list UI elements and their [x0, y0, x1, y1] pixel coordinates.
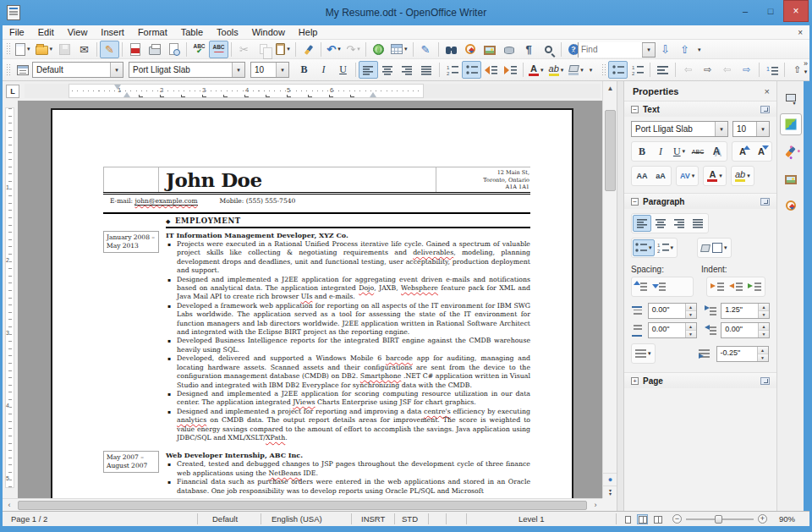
spinner-arrows[interactable]: ▲▼: [685, 304, 696, 318]
font-size-combo[interactable]: 10 ▾: [250, 62, 289, 78]
sb-paragraph-background-button[interactable]: [699, 239, 730, 256]
tab-stop-marker[interactable]: [266, 95, 270, 97]
sb-numbered-list-button[interactable]: 12: [655, 239, 677, 256]
tab-gallery[interactable]: [780, 167, 802, 189]
format-paintbrush-button[interactable]: [299, 41, 318, 58]
align-center-button[interactable]: [378, 61, 398, 79]
align-right-button[interactable]: [398, 61, 417, 79]
gallery-button[interactable]: [480, 41, 500, 58]
vertical-ruler[interactable]: 1 2 3 4 5: [3, 101, 18, 498]
open-button[interactable]: [33, 41, 56, 58]
sb-decrease-indent-button[interactable]: [727, 278, 745, 295]
page-count-status[interactable]: Page 1 / 2: [11, 514, 47, 524]
below-spacing-field[interactable]: 0.00" ▲▼: [648, 322, 697, 338]
hscroll-thumb[interactable]: [18, 501, 587, 510]
menu-insert[interactable]: Insert: [94, 26, 131, 38]
spinner-arrows[interactable]: ▲▼: [758, 304, 769, 318]
autospellcheck-button[interactable]: ABC~~~: [209, 41, 228, 58]
tab-stop-marker[interactable]: [287, 95, 291, 97]
book-view-button[interactable]: [652, 514, 663, 524]
fmt-overflow-button[interactable]: [590, 66, 593, 74]
spellcheck-button[interactable]: ABC✔: [189, 41, 209, 58]
zoom-percent[interactable]: 90%: [779, 514, 795, 524]
bn-bullet-list-button[interactable]: [608, 61, 628, 79]
font-combo-arrow[interactable]: ▾: [232, 63, 244, 77]
edit-file-button[interactable]: ✎: [100, 41, 119, 58]
bn-numbered-list-button[interactable]: 12: [628, 61, 647, 79]
text-section-header[interactable]: − Text: [624, 101, 776, 117]
size-combo-arrow[interactable]: ▾: [276, 63, 288, 77]
tab-navigator[interactable]: [780, 195, 802, 217]
zoom-slider[interactable]: [686, 518, 754, 520]
data-sources-button[interactable]: [500, 41, 519, 58]
tab-stop-marker[interactable]: [202, 95, 206, 97]
tab-properties[interactable]: [780, 113, 802, 135]
find-replace-button[interactable]: [442, 41, 461, 58]
bold-button[interactable]: B: [294, 61, 314, 79]
sb-lowercase-button[interactable]: aA: [651, 167, 670, 184]
numbered-list-button[interactable]: 12: [442, 61, 462, 79]
bn-overflow-button[interactable]: »: [804, 60, 808, 75]
styles-formatting-button[interactable]: [13, 61, 32, 79]
demote-subpoints-button[interactable]: ⇨: [737, 61, 756, 79]
horizontal-ruler[interactable]: 1 2 3 4 5 6: [25, 84, 601, 98]
sb-line-spacing-button[interactable]: [633, 345, 654, 362]
email-button[interactable]: ✉: [74, 41, 94, 58]
page-dialog-launcher-icon[interactable]: [760, 377, 770, 385]
menu-edit[interactable]: Edit: [31, 26, 61, 38]
before-indent-field[interactable]: 1.25" ▲▼: [721, 303, 770, 319]
page-section-header[interactable]: + Page: [624, 372, 776, 388]
sb-font-color-button[interactable]: A: [705, 167, 725, 184]
sidebar-splitter[interactable]: [617, 81, 623, 511]
sb-size-arrow[interactable]: ▾: [756, 122, 769, 136]
paragraph-section-header[interactable]: − Paragraph: [624, 193, 776, 209]
new-document-button[interactable]: [13, 41, 33, 58]
bullet-list-button[interactable]: [462, 61, 481, 79]
nonprinting-chars-button[interactable]: ¶: [519, 41, 539, 58]
font-color-button[interactable]: A: [526, 61, 546, 79]
document-page[interactable]: John Doe 12 Main St, Toronto, Ontario A1…: [51, 108, 573, 498]
after-indent-field[interactable]: 0.00" ▲▼: [721, 322, 770, 338]
tab-stop-marker[interactable]: [350, 95, 354, 97]
italic-button[interactable]: I: [314, 61, 333, 79]
sb-align-left-button[interactable]: [633, 215, 651, 232]
copy-button[interactable]: [254, 41, 273, 58]
page-style-status[interactable]: Default: [212, 514, 238, 524]
tab-stop-marker[interactable]: [244, 95, 249, 97]
multi-page-view-button[interactable]: [637, 514, 648, 524]
print-button[interactable]: [145, 41, 164, 58]
sb-increase-indent-button[interactable]: [708, 278, 727, 295]
tab-stop-marker[interactable]: [223, 95, 228, 97]
sb-char-spacing-button[interactable]: AV: [678, 167, 697, 184]
increase-indent-button[interactable]: [501, 61, 520, 79]
decrease-indent-button[interactable]: [481, 61, 501, 79]
spinner-arrows[interactable]: ▲▼: [685, 323, 696, 337]
close-document-icon[interactable]: ×: [798, 28, 803, 37]
hyperlink-button[interactable]: [369, 41, 388, 58]
sb-decrease-font-button[interactable]: A: [752, 143, 771, 160]
spinner-arrows[interactable]: ▲▼: [757, 347, 768, 361]
email-link[interactable]: john@example.com: [134, 197, 197, 206]
menu-window[interactable]: Window: [245, 26, 292, 38]
tab-styles-formatting[interactable]: [780, 140, 802, 162]
find-toolbar-grip[interactable]: [571, 43, 575, 57]
outline-level-status[interactable]: Level 1: [518, 514, 545, 524]
redo-button[interactable]: ↷: [343, 41, 363, 58]
menu-help[interactable]: Help: [292, 26, 325, 38]
tab-stop-marker[interactable]: [181, 95, 185, 97]
sb-align-justify-button[interactable]: [689, 215, 707, 232]
background-color-button[interactable]: [566, 61, 586, 79]
sb-bold-button[interactable]: B: [633, 143, 651, 160]
language-status[interactable]: English (USA): [272, 514, 322, 524]
next-page-button[interactable]: ▾▾: [603, 485, 617, 498]
sb-align-right-button[interactable]: [670, 215, 689, 232]
style-combo-arrow[interactable]: ▾: [110, 63, 123, 77]
left-indent-marker[interactable]: [123, 92, 130, 97]
fmt-toolbar-grip[interactable]: [6, 63, 10, 77]
sb-decrease-spacing-button[interactable]: [651, 278, 670, 295]
close-button[interactable]: ×: [783, 0, 809, 22]
menu-table[interactable]: Table: [174, 26, 210, 38]
cut-button[interactable]: ✂: [234, 41, 254, 58]
sb-shadow-button[interactable]: A: [707, 143, 726, 160]
align-left-button[interactable]: [359, 61, 378, 79]
